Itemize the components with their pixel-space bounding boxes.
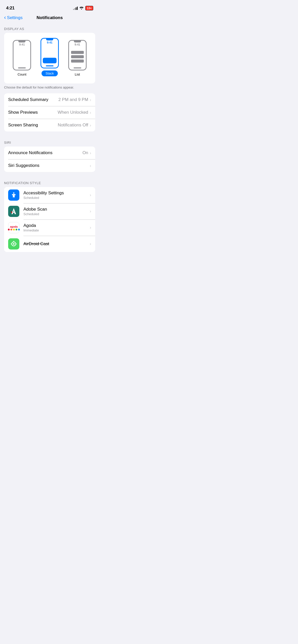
announce-notifications-value: On — [83, 150, 88, 155]
agoda-app-subtitle: Immediate — [23, 228, 90, 232]
scheduled-summary-value-group: 2 PM and 9 PM › — [58, 97, 91, 102]
count-label: Count — [18, 72, 26, 76]
scheduled-summary-row[interactable]: Scheduled Summary 2 PM and 9 PM › — [4, 93, 95, 106]
agoda-dot-5 — [18, 229, 20, 230]
chevron-icon-3: › — [90, 123, 91, 127]
wifi-icon — [79, 6, 84, 10]
display-option-stack[interactable]: 9:41 Stack — [40, 38, 59, 76]
back-button[interactable]: ‹ Settings — [4, 15, 23, 20]
adobe-app-name: Adobe Scan — [23, 207, 90, 212]
stack-banner — [43, 58, 57, 63]
back-label: Settings — [7, 15, 22, 20]
agoda-app-name: Agoda — [23, 223, 90, 228]
app-row-accessibility[interactable]: Accessibility Settings Scheduled › — [4, 187, 95, 203]
svg-point-3 — [13, 243, 15, 245]
back-chevron-icon: ‹ — [4, 15, 6, 20]
agoda-dot-4 — [16, 229, 17, 230]
stack-content — [41, 44, 58, 65]
status-bar: 4:21 13+ — [0, 0, 99, 13]
list-line-3 — [71, 60, 84, 63]
accessibility-app-name: Accessibility Settings — [23, 191, 90, 196]
list-phone-mockup: 9:41 — [68, 40, 87, 70]
display-as-card: 9:41 Count 9:41 Stack 9:41 — [4, 33, 95, 83]
chevron-icon: › — [90, 98, 91, 102]
siri-suggestions-value-group: › — [90, 164, 91, 168]
svg-point-0 — [13, 193, 15, 194]
agoda-logo: agoda — [8, 225, 20, 230]
siri-section-label: SIRI — [0, 137, 99, 147]
display-as-options: 9:41 Count 9:41 Stack 9:41 — [8, 38, 91, 76]
agoda-dot-2 — [10, 229, 12, 230]
list-label: List — [75, 72, 80, 76]
screen-sharing-label: Screen Sharing — [8, 123, 38, 128]
list-content — [69, 46, 86, 67]
app-row-adobe[interactable]: Adobe Scan Scheduled › — [4, 203, 95, 219]
chevron-icon-7: › — [90, 209, 91, 214]
chevron-icon-6: › — [90, 193, 91, 198]
airdroid-app-info: AirDroid Cast — [23, 241, 90, 246]
accessibility-app-icon — [8, 189, 19, 201]
chevron-icon-8: › — [90, 225, 91, 230]
count-content — [13, 46, 30, 67]
status-time: 4:21 — [6, 6, 15, 11]
accessibility-app-subtitle: Scheduled — [23, 196, 90, 200]
show-previews-label: Show Previews — [8, 110, 38, 115]
display-as-label: DISPLAY AS — [0, 23, 99, 33]
home-bar-stack — [46, 65, 53, 66]
adobe-app-icon — [8, 206, 19, 217]
home-bar — [18, 67, 26, 68]
nav-bar: ‹ Settings Notifications — [0, 13, 99, 23]
announce-notifications-value-group: On › — [83, 150, 91, 155]
battery-icon: 13+ — [85, 6, 93, 10]
display-option-list[interactable]: 9:41 List — [68, 40, 87, 76]
agoda-dot-3 — [13, 229, 15, 230]
status-icons: 13+ — [73, 6, 93, 10]
siri-suggestions-label: Siri Suggestions — [8, 163, 39, 168]
screen-sharing-value: Notifications Off — [58, 123, 88, 128]
home-bar-list — [74, 67, 81, 68]
chevron-icon-2: › — [90, 110, 91, 115]
agoda-app-info: Agoda Immediate — [23, 223, 90, 232]
phone-notch-stack — [46, 39, 53, 40]
general-settings-card: Scheduled Summary 2 PM and 9 PM › Show P… — [4, 93, 95, 131]
app-row-agoda[interactable]: agoda Agoda Immediate › — [4, 219, 95, 236]
airdroid-app-name: AirDroid Cast — [23, 241, 90, 246]
phone-notch-list — [74, 41, 81, 42]
phone-notch — [18, 41, 25, 42]
count-phone-time: 9:41 — [19, 43, 25, 46]
signal-icon — [73, 6, 78, 10]
scheduled-summary-label: Scheduled Summary — [8, 97, 48, 102]
app-row-airdroid[interactable]: AirDroid Cast › — [4, 236, 95, 252]
stack-phone-time: 9:41 — [47, 41, 52, 44]
agoda-text: agoda — [10, 225, 18, 228]
screen-sharing-value-group: Notifications Off › — [58, 123, 91, 128]
siri-card: Announce Notifications On › Siri Suggest… — [4, 147, 95, 172]
notification-style-card: Accessibility Settings Scheduled › Adobe… — [4, 187, 95, 252]
agoda-app-icon: agoda — [8, 222, 19, 233]
accessibility-app-info: Accessibility Settings Scheduled — [23, 191, 90, 200]
stack-label: Stack — [42, 70, 58, 76]
display-option-count[interactable]: 9:41 Count — [13, 40, 31, 76]
agoda-dots — [8, 229, 20, 230]
display-as-note: Choose the default for how notifications… — [4, 85, 95, 89]
announce-notifications-label: Announce Notifications — [8, 150, 52, 155]
announce-notifications-row[interactable]: Announce Notifications On › — [4, 147, 95, 159]
adobe-app-subtitle: Scheduled — [23, 212, 90, 216]
screen-sharing-row[interactable]: Screen Sharing Notifications Off › — [4, 119, 95, 131]
list-line-2 — [71, 55, 84, 58]
chevron-icon-4: › — [90, 151, 91, 155]
count-phone-mockup: 9:41 — [13, 40, 31, 70]
scheduled-summary-value: 2 PM and 9 PM — [58, 97, 88, 102]
siri-suggestions-row[interactable]: Siri Suggestions › — [4, 159, 95, 172]
show-previews-row[interactable]: Show Previews When Unlocked › — [4, 106, 95, 119]
chevron-icon-5: › — [90, 164, 91, 168]
adobe-app-info: Adobe Scan Scheduled — [23, 207, 90, 216]
stack-phone-mockup: 9:41 — [40, 38, 59, 68]
list-phone-time: 9:41 — [75, 43, 80, 46]
list-line-1 — [71, 51, 84, 54]
page-title: Notifications — [37, 15, 63, 20]
airdroid-app-icon — [8, 238, 19, 250]
show-previews-value-group: When Unlocked › — [58, 110, 91, 115]
chevron-icon-9: › — [90, 241, 91, 246]
notification-style-label: NOTIFICATION STYLE — [0, 177, 99, 187]
